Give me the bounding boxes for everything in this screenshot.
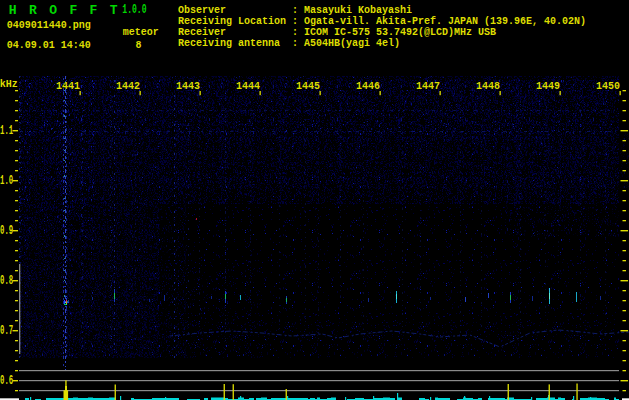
svg-text:0409011440.png: 0409011440.png: [7, 20, 91, 31]
svg-text:Observer : Masayuki: Observer : Masayuki Kobayashi: [178, 5, 412, 16]
svg-text:Receiver : ICOM IC-5: Receiver : ICOM IC-575 53.7492(@LCD)MHz …: [178, 27, 496, 38]
svg-text:meteor: meteor: [123, 27, 159, 38]
svg-text:1.0.0: 1.0.0: [122, 3, 146, 17]
svg-text:H R O F F T: H R O F F T: [9, 3, 120, 18]
svg-text:1446: 1446: [356, 81, 380, 92]
svg-text:0.6: 0.6: [0, 375, 13, 388]
svg-text:04.09.01 14:40: 04.09.01 14:40: [7, 40, 91, 51]
svg-text:Receiving antenna : A504HB(ya: Receiving antenna : A504HB(yagi 4el): [178, 38, 400, 49]
svg-text:1448: 1448: [476, 81, 500, 92]
svg-text:1.0: 1.0: [0, 175, 13, 188]
svg-text:1444: 1444: [236, 81, 260, 92]
svg-text:Receiving Location : Ogata-vil: Receiving Location : Ogata-vill. Akita-P…: [178, 16, 586, 27]
svg-text:1.1: 1.1: [0, 125, 13, 138]
svg-text:0.8: 0.8: [0, 275, 13, 288]
svg-text:1445: 1445: [296, 81, 320, 92]
svg-text:0.9: 0.9: [0, 225, 13, 238]
svg-text:1442: 1442: [116, 81, 140, 92]
svg-text:8: 8: [135, 40, 141, 51]
svg-text:kHz: kHz: [0, 79, 18, 90]
svg-text:0.7: 0.7: [0, 325, 13, 338]
svg-text:1450: 1450: [596, 81, 620, 92]
svg-text:1441: 1441: [56, 81, 80, 92]
svg-text:1443: 1443: [176, 81, 200, 92]
svg-text:1447: 1447: [416, 81, 440, 92]
svg-text:1449: 1449: [536, 81, 560, 92]
